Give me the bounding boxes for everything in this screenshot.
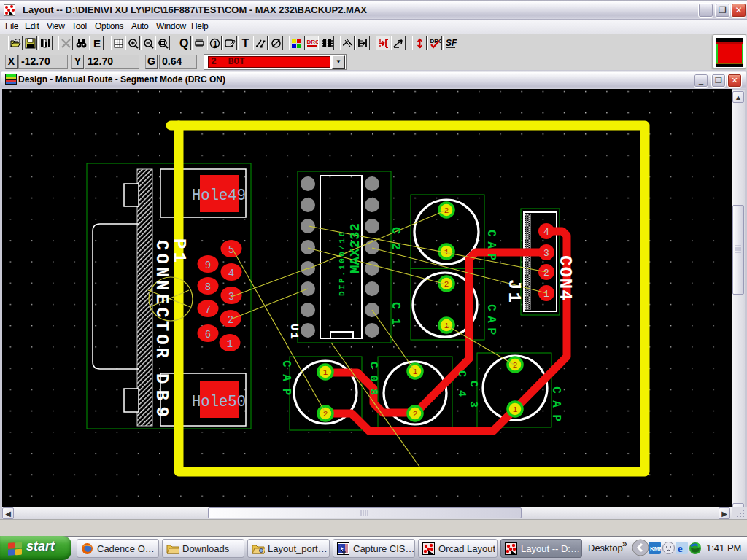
svg-text:6: 6	[205, 329, 211, 341]
svg-text:CAP: CAP	[484, 230, 498, 260]
svg-text:C08: C08	[367, 362, 379, 395]
svg-text:2: 2	[413, 410, 418, 419]
svg-text:1: 1	[227, 338, 233, 350]
svg-text:DB9: DB9	[152, 373, 171, 417]
svg-text:Hole50: Hole50	[192, 393, 246, 411]
svg-text:CAP: CAP	[549, 386, 562, 421]
svg-text:7: 7	[205, 304, 211, 316]
svg-text:2: 2	[228, 314, 233, 326]
svg-text:CON4: CON4	[555, 255, 575, 300]
svg-text:T: T	[242, 37, 249, 50]
svg-text:2: 2	[543, 268, 549, 279]
svg-text:1: 1	[513, 405, 518, 414]
svg-text:1: 1	[323, 368, 328, 377]
svg-text:4: 4	[543, 227, 549, 238]
svg-text:Q: Q	[179, 37, 188, 50]
svg-text:CAP: CAP	[279, 360, 293, 395]
svg-text:e: e	[678, 542, 683, 554]
svg-text:4: 4	[228, 268, 234, 279]
svg-text:1: 1	[543, 289, 549, 300]
svg-text:MAX232: MAX232	[347, 223, 363, 273]
svg-text:KMP: KMP	[650, 545, 661, 552]
svg-text:SF: SF	[446, 38, 457, 48]
svg-text:9: 9	[205, 260, 211, 271]
svg-text:DRC: DRC	[307, 39, 319, 45]
svg-text:3: 3	[543, 248, 549, 259]
svg-text:CONNECTOR: CONNECTOR	[152, 240, 171, 359]
svg-text:8: 8	[205, 281, 211, 293]
svg-text:1: 1	[213, 39, 217, 48]
svg-text:2: 2	[323, 410, 328, 419]
svg-text:DRC: DRC	[430, 38, 442, 44]
svg-text:CAP: CAP	[484, 304, 498, 335]
svg-text:E: E	[93, 37, 101, 50]
svg-text:Hole49: Hole49	[192, 187, 246, 205]
